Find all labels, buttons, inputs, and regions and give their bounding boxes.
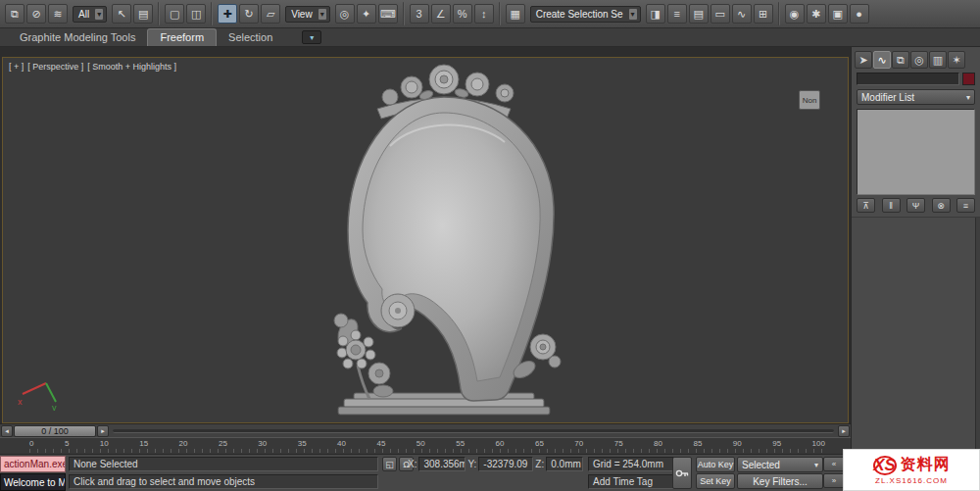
object-name-field[interactable] — [857, 73, 959, 85]
ribbon-bar: Graphite Modeling ToolsFreeformSelection… — [0, 28, 980, 47]
window-crossing-toggle-icon[interactable]: ◫ — [186, 4, 206, 24]
previous-frame-icon[interactable]: « — [823, 457, 845, 471]
snaps-toggle-icon[interactable]: 3 — [410, 4, 429, 24]
prompt-line: Click and drag to select and move object… — [69, 474, 378, 489]
command-tab-hierarchy[interactable]: ⧉ — [892, 51, 909, 69]
make-unique-icon[interactable]: Ψ — [906, 198, 925, 213]
select-object-icon[interactable]: ↖ — [112, 4, 131, 24]
ribbon-tabs: Graphite Modeling ToolsFreeformSelection — [8, 28, 284, 46]
viewport-label: [ + ] [ Perspective ] [ Smooth + Highlig… — [9, 62, 176, 72]
non-floater-button[interactable]: Non — [799, 90, 820, 110]
render-setup-icon[interactable]: ✱ — [807, 4, 826, 24]
use-pivot-point-center-icon[interactable]: ◎ — [335, 4, 355, 24]
toolbar-separator — [499, 2, 501, 25]
reference-coordinate-system-dropdown[interactable]: View — [285, 6, 330, 23]
command-tab-utilities[interactable]: ✶ — [948, 51, 965, 69]
maxscript-listener-pink[interactable]: actionMan.exec — [0, 456, 66, 472]
layer-manager-icon[interactable]: ▤ — [689, 4, 709, 24]
x-label: X: — [408, 459, 416, 469]
watermark-logo: XS — [873, 456, 897, 475]
selection-filter-dropdown[interactable]: All — [73, 6, 107, 23]
select-and-rotate-icon[interactable]: ↻ — [239, 4, 259, 24]
x-coordinate-field[interactable]: 308.356mm — [418, 457, 466, 471]
key-icon — [675, 466, 689, 480]
timeline-ruler[interactable]: 0510152025303540455055606570758085909510… — [0, 437, 851, 454]
y-coordinate-field[interactable]: -32379.09 — [478, 457, 533, 471]
render-production-icon[interactable]: ● — [850, 4, 869, 24]
remove-modifier-icon[interactable]: ⊗ — [932, 198, 951, 213]
world-axis-gizmo: x y — [17, 375, 60, 411]
pin-stack-icon[interactable]: ⊼ — [857, 198, 875, 213]
tab-selection[interactable]: Selection — [217, 29, 284, 46]
svg-text:y: y — [52, 403, 57, 411]
schematic-view-icon[interactable]: ⊞ — [754, 4, 773, 24]
auto-key-button[interactable]: Auto Key — [696, 457, 735, 472]
object-color-swatch[interactable] — [962, 73, 975, 85]
viewport-column: [ + ] [ Perspective ] [ Smooth + Highlig… — [0, 47, 851, 491]
time-slider-scroll-right[interactable]: ▸ — [838, 425, 850, 437]
curve-editor-icon[interactable]: ∿ — [732, 4, 752, 24]
watermark: XS 资料网 ZL.XS1616.COM — [843, 449, 980, 491]
z-coordinate-field[interactable]: 0.0mm — [546, 457, 583, 471]
viewport-pov-menu[interactable]: [ Perspective ] — [27, 62, 83, 72]
command-panel-tabs: ➤∿⧉◎▥✶ — [852, 50, 980, 70]
ornate-mirror-frame-model[interactable] — [297, 58, 591, 420]
toolbar-separator — [778, 2, 780, 25]
viewport-general-menu[interactable]: [ + ] — [9, 62, 24, 72]
ribbon-minimize-icon[interactable]: ▾ — [302, 30, 321, 44]
keyboard-shortcut-override-icon[interactable]: ⌨ — [378, 4, 398, 24]
command-tab-modify[interactable]: ∿ — [873, 51, 891, 69]
bind-to-space-warp-icon[interactable]: ≋ — [48, 4, 68, 24]
maxscript-listener-output[interactable]: Welcome to MAX — [0, 473, 66, 491]
viewport-shading-menu[interactable]: [ Smooth + Highlights ] — [87, 62, 176, 72]
modifier-list-label: Modifier List — [861, 92, 914, 103]
angle-snap-toggle-icon[interactable]: ∠ — [431, 4, 451, 24]
command-tab-motion[interactable]: ◎ — [910, 51, 928, 69]
selected-set-dropdown[interactable]: Selected — [737, 457, 823, 472]
configure-modifier-sets-icon[interactable]: ≡ — [956, 198, 975, 213]
play-animation-icon[interactable]: » — [823, 473, 845, 488]
time-slider-right-arrow[interactable]: ▸ — [97, 425, 109, 437]
rectangular-selection-region-icon[interactable]: ▢ — [165, 4, 184, 24]
watermark-row: XS 资料网 — [873, 455, 951, 475]
toolbar-separator — [158, 2, 160, 25]
modifier-stack-list[interactable] — [857, 109, 975, 195]
graphite-ribbon-toggle-icon[interactable]: ▭ — [710, 4, 730, 24]
named-selection-sets-dropdown[interactable]: Create Selection Se — [530, 6, 641, 23]
workspace: [ + ] [ Perspective ] [ Smooth + Highlig… — [0, 47, 980, 491]
select-and-manipulate-icon[interactable]: ✦ — [357, 4, 376, 24]
transform-type-in: X: 308.356mm Y: -32379.09 Z: 0.0mm — [408, 457, 583, 471]
command-tab-display[interactable]: ▥ — [929, 51, 947, 69]
spinner-snap-toggle-icon[interactable]: ↕ — [474, 4, 494, 24]
command-panel: ➤∿⧉◎▥✶ Modifier List ⊼‖Ψ⊗≡ — [851, 47, 980, 491]
main-toolbar: ⧉⊘≋All↖▤▢◫✚↻▱View◎✦⌨3∠%↕▦Create Selectio… — [0, 0, 980, 28]
show-end-result-icon[interactable]: ‖ — [882, 198, 901, 213]
time-slider-track[interactable] — [113, 429, 834, 433]
perspective-viewport[interactable]: [ + ] [ Perspective ] [ Smooth + Highlig… — [2, 57, 849, 423]
key-filters-button[interactable]: Key Filters... — [737, 473, 823, 489]
tab-graphite-modeling-tools[interactable]: Graphite Modeling Tools — [8, 29, 147, 46]
object-name-row — [852, 70, 980, 87]
tab-freeform[interactable]: Freeform — [147, 28, 217, 46]
unlink-selection-icon[interactable]: ⊘ — [26, 4, 46, 24]
rendered-frame-window-icon[interactable]: ▣ — [828, 4, 848, 24]
percent-snap-toggle-icon[interactable]: % — [453, 4, 472, 24]
watermark-site-name: 资料网 — [901, 455, 951, 475]
material-editor-icon[interactable]: ◉ — [785, 4, 805, 24]
select-and-link-icon[interactable]: ⧉ — [5, 4, 24, 24]
viewport-area: [ + ] [ Perspective ] [ Smooth + Highlig… — [0, 47, 851, 423]
command-tab-create[interactable]: ➤ — [855, 51, 872, 69]
absolute-mode-toggle-icon[interactable]: ◱ — [382, 457, 397, 471]
mirror-icon[interactable]: ◨ — [646, 4, 665, 24]
select-and-move-icon[interactable]: ✚ — [218, 4, 237, 24]
time-slider-left-arrow[interactable]: ◂ — [1, 425, 13, 437]
modifier-list-dropdown[interactable]: Modifier List — [857, 89, 975, 105]
edit-named-selection-sets-icon[interactable]: ▦ — [506, 4, 525, 24]
set-key-button[interactable]: Set Key — [696, 473, 735, 489]
watermark-site-url: ZL.XS1616.COM — [875, 476, 948, 485]
set-keys-button[interactable] — [672, 457, 692, 489]
align-icon[interactable]: ≡ — [667, 4, 687, 24]
select-and-scale-icon[interactable]: ▱ — [261, 4, 280, 24]
select-by-name-icon[interactable]: ▤ — [133, 4, 153, 24]
time-slider-handle[interactable]: 0 / 100 — [14, 425, 96, 437]
